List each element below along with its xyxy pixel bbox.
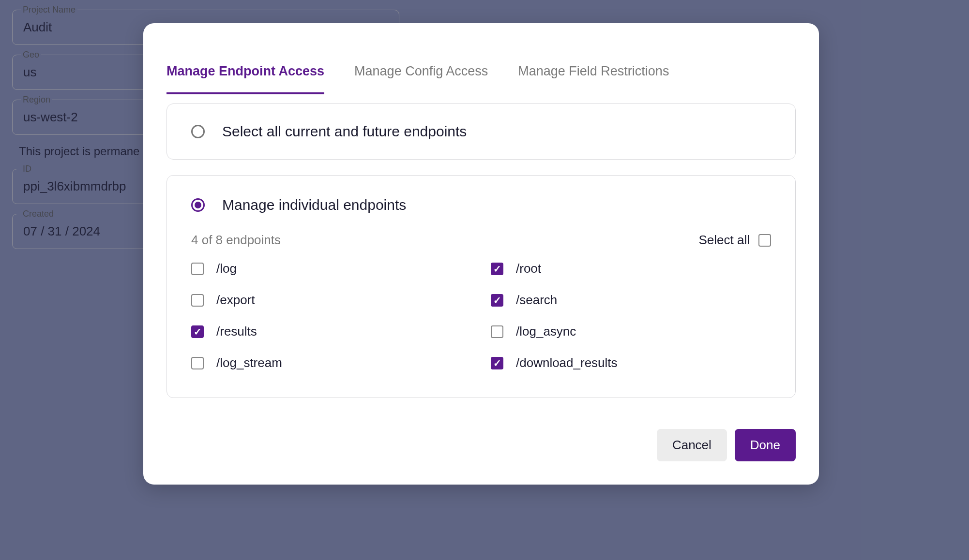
endpoint-item-log-async[interactable]: /log_async bbox=[491, 324, 771, 339]
checkbox-unchecked-icon[interactable] bbox=[191, 357, 204, 369]
endpoint-label: /root bbox=[516, 261, 541, 276]
checkbox-checked-icon[interactable] bbox=[491, 294, 503, 307]
radio-unselected-icon[interactable] bbox=[191, 125, 205, 138]
tab-field-restrictions[interactable]: Manage Field Restrictions bbox=[518, 46, 669, 94]
endpoint-item-results[interactable]: /results bbox=[191, 324, 471, 339]
endpoint-label: /log_stream bbox=[216, 355, 282, 370]
endpoint-item-log[interactable]: /log bbox=[191, 261, 471, 276]
modal-tabs: Manage Endpoint Access Manage Config Acc… bbox=[167, 46, 796, 95]
tab-config-access[interactable]: Manage Config Access bbox=[354, 46, 488, 94]
checkbox-unchecked-icon[interactable] bbox=[191, 263, 204, 275]
endpoint-label: /results bbox=[216, 324, 257, 339]
endpoint-item-search[interactable]: /search bbox=[491, 293, 771, 308]
radio-row[interactable]: Manage individual endpoints bbox=[191, 197, 771, 213]
checkbox-checked-icon[interactable] bbox=[491, 263, 503, 275]
checkbox-checked-icon[interactable] bbox=[491, 357, 503, 369]
endpoint-count: 4 of 8 endpoints bbox=[191, 233, 281, 248]
endpoint-label: /log_async bbox=[516, 324, 576, 339]
endpoint-item-download-results[interactable]: /download_results bbox=[491, 355, 771, 370]
endpoint-item-root[interactable]: /root bbox=[491, 261, 771, 276]
option-individual-card: Manage individual endpoints 4 of 8 endpo… bbox=[167, 175, 796, 398]
checkbox-unchecked-icon[interactable] bbox=[191, 294, 204, 307]
endpoint-label: /log bbox=[216, 261, 237, 276]
manage-access-modal: Manage Endpoint Access Manage Config Acc… bbox=[143, 23, 819, 485]
checkbox-unchecked-icon[interactable] bbox=[491, 325, 503, 338]
cancel-button[interactable]: Cancel bbox=[657, 429, 727, 461]
radio-row: Select all current and future endpoints bbox=[191, 123, 771, 140]
radio-selected-icon[interactable] bbox=[191, 198, 205, 212]
modal-actions: Cancel Done bbox=[167, 429, 796, 461]
select-all-checkbox[interactable] bbox=[758, 234, 771, 247]
done-button[interactable]: Done bbox=[735, 429, 796, 461]
endpoints-subheader: 4 of 8 endpoints Select all bbox=[191, 233, 771, 248]
endpoint-label: /download_results bbox=[516, 355, 618, 370]
endpoint-label: /export bbox=[216, 293, 255, 308]
endpoint-item-export[interactable]: /export bbox=[191, 293, 471, 308]
endpoint-label: /search bbox=[516, 293, 557, 308]
endpoint-grid: /log /export /results /log_stream bbox=[191, 261, 771, 370]
checkbox-checked-icon[interactable] bbox=[191, 325, 204, 338]
select-all-label: Select all bbox=[699, 233, 750, 248]
option-label: Manage individual endpoints bbox=[222, 197, 406, 213]
select-all-control[interactable]: Select all bbox=[699, 233, 772, 248]
endpoint-item-log-stream[interactable]: /log_stream bbox=[191, 355, 471, 370]
option-label: Select all current and future endpoints bbox=[222, 123, 467, 140]
option-select-all-card[interactable]: Select all current and future endpoints bbox=[167, 103, 796, 160]
tab-endpoint-access[interactable]: Manage Endpoint Access bbox=[167, 46, 324, 94]
